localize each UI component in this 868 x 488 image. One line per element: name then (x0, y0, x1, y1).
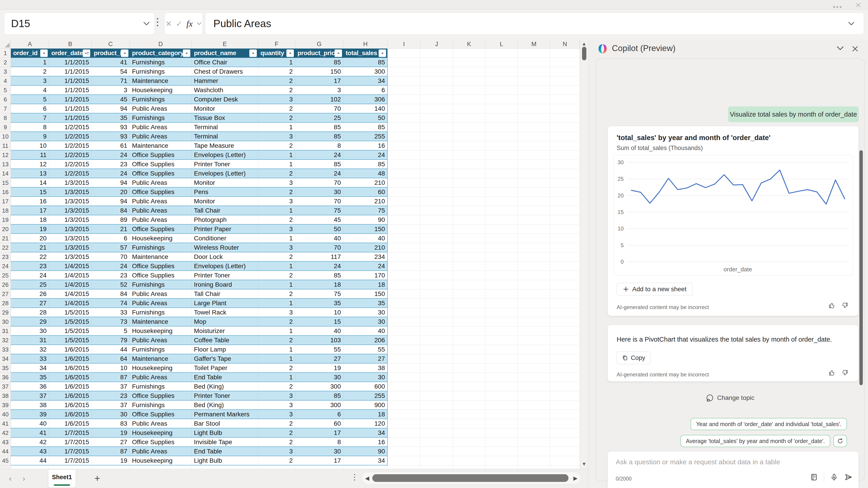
cell[interactable]: 1/3/2015 (49, 206, 92, 215)
cell[interactable]: 41 (92, 58, 130, 67)
cell[interactable]: Housekeeping (130, 363, 192, 373)
cell[interactable]: 19 (92, 456, 130, 465)
cell[interactable]: Office Supplies (130, 391, 192, 400)
cell[interactable]: 22 (11, 252, 49, 262)
cell[interactable]: Public Areas (130, 104, 192, 113)
cell[interactable]: 34 (343, 456, 388, 465)
select-all-corner[interactable] (0, 39, 11, 48)
row-header-35[interactable]: 35 (0, 363, 11, 373)
cell[interactable]: 2 (258, 252, 295, 262)
cell[interactable]: 35 (295, 299, 343, 308)
cell[interactable]: 40 (343, 234, 388, 243)
next-sheet-icon[interactable]: › (23, 474, 25, 483)
cell[interactable]: 83 (92, 419, 130, 428)
scroll-right-icon[interactable]: ▶ (574, 475, 578, 482)
cell[interactable]: 57 (92, 243, 130, 252)
cell[interactable]: 27 (11, 299, 49, 308)
row-header-27[interactable]: 27 (0, 289, 11, 299)
cell[interactable]: 1/1/2015 (49, 95, 92, 104)
cell[interactable]: Public Areas (130, 336, 192, 345)
table-header-quantity[interactable]: quantity (258, 48, 295, 58)
filter-dropdown-icon[interactable] (183, 50, 190, 57)
cell[interactable]: 1 (258, 58, 295, 67)
thumbs-up-icon[interactable] (828, 369, 835, 377)
formula-bar[interactable]: Public Areas (205, 13, 864, 35)
cell[interactable]: 41 (11, 428, 49, 437)
row-header-23[interactable]: 23 (0, 252, 11, 262)
table-header-product_category[interactable]: product_category (130, 48, 192, 58)
cell[interactable]: Housekeeping (130, 456, 192, 465)
confirm-entry-icon[interactable]: ✓ (176, 19, 182, 28)
row-headers[interactable]: 1234567891011121314151617181920212223242… (0, 48, 11, 469)
cell[interactable]: Maintenance (130, 141, 192, 151)
cell[interactable]: 1/2/2015 (49, 123, 92, 132)
cell[interactable]: 1/3/2015 (49, 197, 92, 206)
suggestion-chip[interactable]: Year and month of 'order_date' and indiv… (690, 418, 847, 430)
cell[interactable]: Office Supplies (130, 188, 192, 197)
cell[interactable]: 210 (343, 178, 388, 188)
cell[interactable]: 93 (92, 123, 130, 132)
cell[interactable]: 33 (92, 308, 130, 317)
cell[interactable]: 1/2/2015 (49, 132, 92, 141)
cell[interactable]: 31 (11, 336, 49, 345)
cell[interactable]: 87 (92, 447, 130, 456)
cell[interactable]: 5 (11, 95, 49, 104)
cell[interactable]: 35 (11, 373, 49, 382)
cell[interactable]: Public Areas (130, 447, 192, 456)
horizontal-scrollbar[interactable]: ◀ ▶ (362, 472, 581, 484)
cell[interactable]: 1/3/2015 (49, 234, 92, 243)
cell[interactable]: 24 (343, 262, 388, 271)
cell[interactable]: 210 (343, 197, 388, 206)
cell[interactable]: 70 (295, 104, 343, 113)
filter-dropdown-icon[interactable] (249, 50, 257, 57)
cell[interactable]: Bed (King) (192, 382, 258, 391)
cell[interactable]: 18 (295, 280, 343, 289)
table-header-product_name[interactable]: product_name (192, 48, 258, 58)
row-header-41[interactable]: 41 (0, 419, 11, 428)
cell[interactable]: 19 (11, 225, 49, 234)
cell[interactable]: 170 (343, 271, 388, 280)
cell[interactable]: 1/7/2015 (49, 456, 92, 465)
cell[interactable]: Maintenance (130, 317, 192, 326)
cell[interactable]: 24 (343, 151, 388, 160)
cell[interactable]: Office Supplies (130, 262, 192, 271)
cell[interactable]: 1/5/2015 (49, 317, 92, 326)
cell[interactable]: Bar Stool (192, 419, 258, 428)
chevron-down-icon[interactable] (143, 21, 150, 26)
spreadsheet-grid[interactable]: order_idorder_dateproduct_idproduct_cate… (11, 48, 580, 469)
cell[interactable]: Tissue Box (192, 113, 258, 123)
cell[interactable]: 1/5/2015 (49, 336, 92, 345)
cell[interactable]: Furnishings (130, 243, 192, 252)
cell[interactable]: 21 (11, 243, 49, 252)
cell[interactable]: 2 (258, 141, 295, 151)
cell[interactable]: Photograph (192, 215, 258, 225)
cell[interactable]: 26 (11, 289, 49, 299)
cell[interactable]: Floor Lamp (192, 345, 258, 354)
vertical-scrollbar[interactable]: ▲ ▼ (580, 39, 588, 469)
cell[interactable]: 900 (343, 400, 388, 410)
row-header-16[interactable]: 16 (0, 188, 11, 197)
cell[interactable]: 300 (295, 400, 343, 410)
cell[interactable]: 2 (258, 104, 295, 113)
cell[interactable]: 2 (258, 428, 295, 437)
cell[interactable]: 140 (343, 104, 388, 113)
column-header-m[interactable]: M (518, 39, 550, 48)
row-header-18[interactable]: 18 (0, 206, 11, 215)
cell[interactable]: 3 (11, 76, 49, 86)
cell[interactable]: 6 (295, 410, 343, 419)
cell[interactable]: 34 (11, 363, 49, 373)
thumbs-up-icon[interactable] (828, 302, 835, 309)
cell[interactable]: Chest of Drawers (192, 67, 258, 76)
cell[interactable]: 24 (92, 262, 130, 271)
cell[interactable]: Conditioner (192, 234, 258, 243)
column-header-b[interactable]: B (49, 39, 92, 48)
row-header-3[interactable]: 3 (0, 67, 11, 76)
cell[interactable]: 4 (11, 86, 49, 95)
cell[interactable]: 32 (11, 345, 49, 354)
cell[interactable]: 15 (295, 317, 343, 326)
cell[interactable]: 94 (92, 197, 130, 206)
cell[interactable]: 34 (343, 428, 388, 437)
prompt-guide-icon[interactable] (810, 473, 818, 481)
row-header-21[interactable]: 21 (0, 234, 11, 243)
microphone-icon[interactable] (830, 473, 838, 481)
